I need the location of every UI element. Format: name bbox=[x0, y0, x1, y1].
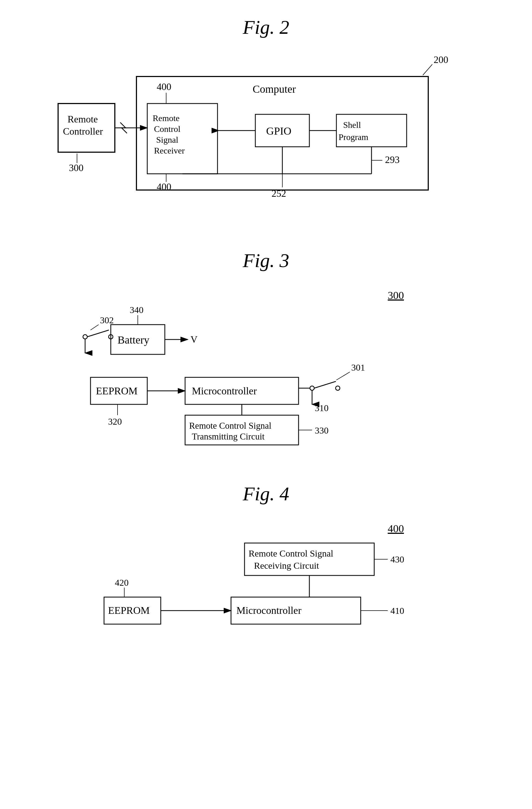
fig3-label-330: 330 bbox=[315, 426, 329, 435]
fig2-shell-box bbox=[336, 114, 407, 147]
fig3-label-301: 301 bbox=[351, 362, 365, 373]
fig3-v-label: V bbox=[191, 334, 197, 345]
fig4-rcsrc-box bbox=[245, 543, 374, 575]
fig2-label-400-top: 400 bbox=[157, 81, 171, 92]
fig3-eeprom-label: EEPROM bbox=[96, 385, 138, 397]
fig2-rcsr-label4: Receiver bbox=[154, 146, 185, 155]
fig3-mc-label: Microcontroller bbox=[192, 385, 257, 397]
fig2-rcsr-label2: Control bbox=[154, 124, 180, 134]
fig3-diagram: 300 302 Battery 340 V EEPROM bbox=[64, 283, 469, 450]
fig2-lightning bbox=[120, 122, 127, 133]
page: Fig. 2 200 Computer Remote Controller 30… bbox=[0, 0, 532, 809]
fig3-switch2-left bbox=[310, 386, 314, 390]
fig2-shell-label2: Program bbox=[339, 132, 368, 142]
fig4-rcsrc-label1: Remote Control Signal bbox=[249, 548, 333, 558]
fig4-title: Fig. 4 bbox=[27, 483, 505, 505]
fig2-label-300: 300 bbox=[69, 162, 84, 173]
fig2-rc-label2: Controller bbox=[63, 126, 103, 137]
fig4-label-430: 430 bbox=[390, 554, 404, 564]
fig4-eeprom-label: EEPROM bbox=[108, 605, 150, 616]
fig4-rcsrc-label2: Receiving Circuit bbox=[254, 561, 319, 571]
fig3-label-310: 310 bbox=[315, 403, 329, 413]
fig4-label-420: 420 bbox=[115, 578, 129, 588]
fig3-switch2-right bbox=[336, 386, 340, 390]
fig3-battery-label: Battery bbox=[118, 334, 149, 346]
fig2-shell-label1: Shell bbox=[343, 120, 361, 130]
svg-line-14 bbox=[336, 372, 350, 380]
fig3-switch2-lever bbox=[314, 381, 336, 388]
fig2-label-400-bot: 400 bbox=[157, 182, 171, 192]
fig2-computer-label: Computer bbox=[253, 83, 296, 95]
fig2-rc-label1: Remote bbox=[68, 114, 98, 125]
svg-line-11 bbox=[90, 325, 99, 330]
fig2-container: Fig. 2 200 Computer Remote Controller 30… bbox=[27, 16, 505, 217]
fig3-rcstc-label2: Transmitting Circuit bbox=[192, 432, 265, 442]
fig3-switch-lever bbox=[87, 330, 109, 337]
fig3-title: Fig. 3 bbox=[27, 249, 505, 272]
fig2-diagram: 200 Computer Remote Controller 300 Remot… bbox=[50, 50, 482, 217]
fig4-mc-label: Microcontroller bbox=[236, 605, 302, 616]
fig3-label-302: 302 bbox=[100, 315, 114, 325]
fig2-label-293: 293 bbox=[385, 154, 400, 165]
fig3-label-340: 340 bbox=[130, 305, 143, 315]
svg-line-0 bbox=[423, 64, 432, 75]
fig3-label-300: 300 bbox=[388, 289, 404, 302]
fig2-label-252: 252 bbox=[271, 188, 286, 199]
fig3-container: Fig. 3 300 302 bbox=[27, 249, 505, 450]
fig2-title: Fig. 2 bbox=[27, 16, 505, 39]
fig2-rcsr-label1: Remote bbox=[153, 113, 180, 123]
fig4-diagram: 400 Remote Control Signal Receiving Circ… bbox=[77, 516, 455, 651]
fig3-rcstc-label1: Remote Control Signal bbox=[189, 421, 271, 431]
fig3-label-320: 320 bbox=[108, 416, 122, 427]
fig2-rcsr-label3: Signal bbox=[156, 135, 178, 144]
fig4-container: Fig. 4 400 Remote Control Signal Receivi… bbox=[27, 483, 505, 651]
fig2-label-200: 200 bbox=[434, 54, 448, 65]
fig4-label-400: 400 bbox=[388, 522, 404, 535]
fig2-gpio-label: GPIO bbox=[266, 125, 291, 137]
fig4-label-410: 410 bbox=[390, 606, 404, 616]
fig3-switch-left-contact bbox=[83, 334, 87, 339]
